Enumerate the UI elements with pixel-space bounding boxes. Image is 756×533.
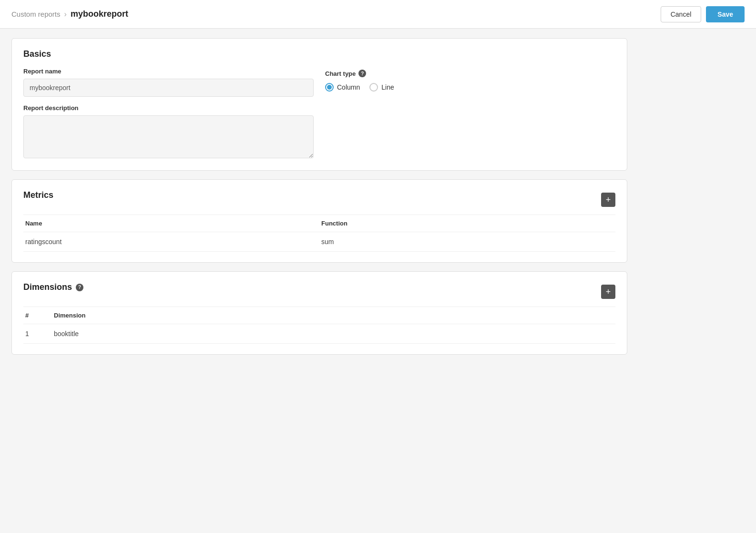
dimensions-help-icon[interactable]: ?	[76, 284, 83, 291]
metrics-row-0-function: sum	[319, 238, 615, 246]
report-description-label: Report description	[23, 104, 314, 112]
top-bar: Custom reports › mybookreport Cancel Sav…	[0, 0, 756, 29]
metrics-row-0-name: ratingscount	[23, 238, 319, 246]
dimensions-title: Dimensions ?	[23, 282, 83, 292]
metrics-col-function: Function	[319, 220, 615, 227]
radio-line[interactable]	[369, 83, 378, 92]
dimensions-section-header: Dimensions ? +	[23, 282, 615, 301]
dimensions-col-dimension: Dimension	[52, 312, 615, 319]
breadcrumb-current: mybookreport	[71, 9, 128, 19]
radio-option-column[interactable]: Column	[325, 83, 360, 92]
basics-card: Basics Report name Report description Ch…	[11, 38, 627, 171]
report-description-field: Report description	[23, 104, 314, 160]
dimensions-row-0-index: 1	[23, 330, 52, 338]
chart-type-label: Chart type ?	[325, 70, 615, 77]
radio-option-line[interactable]: Line	[369, 83, 394, 92]
save-button[interactable]: Save	[706, 6, 745, 22]
add-dimension-button[interactable]: +	[601, 285, 615, 299]
add-metric-button[interactable]: +	[601, 193, 615, 207]
radio-line-label: Line	[381, 83, 394, 91]
dimensions-title-with-help: Dimensions ?	[23, 282, 83, 292]
top-actions: Cancel Save	[661, 6, 745, 22]
chart-type-help-icon[interactable]: ?	[358, 70, 366, 77]
dimensions-row-0-dimension: booktitle	[52, 330, 615, 338]
basics-left: Report name Report description	[23, 68, 314, 160]
dimensions-row-0: 1 booktitle	[23, 324, 615, 344]
breadcrumb-parent: Custom reports	[11, 10, 61, 18]
metrics-table: Name Function ratingscount sum	[23, 215, 615, 252]
radio-column[interactable]	[325, 83, 334, 92]
dimensions-col-index: #	[23, 312, 52, 319]
metrics-col-name: Name	[23, 220, 319, 227]
metrics-row-0: ratingscount sum	[23, 232, 615, 252]
dimensions-table: # Dimension 1 booktitle	[23, 307, 615, 344]
page-content: Basics Report name Report description Ch…	[0, 29, 639, 364]
dimensions-header-row: # Dimension	[23, 307, 615, 324]
report-name-input[interactable]	[23, 79, 314, 97]
metrics-card: Metrics + Name Function ratingscount sum	[11, 179, 627, 263]
chart-type-radio-group: Column Line	[325, 83, 615, 92]
metrics-title: Metrics	[23, 190, 53, 200]
report-description-input[interactable]	[23, 115, 314, 158]
cancel-button[interactable]: Cancel	[661, 6, 702, 22]
dimensions-card: Dimensions ? + # Dimension 1 booktitle	[11, 271, 627, 355]
radio-column-label: Column	[337, 83, 360, 91]
breadcrumb-separator: ›	[64, 10, 67, 19]
breadcrumb: Custom reports › mybookreport	[11, 9, 128, 19]
basics-title: Basics	[23, 49, 615, 59]
chart-type-section: Chart type ? Column Line	[325, 68, 615, 92]
metrics-header-row: Name Function	[23, 215, 615, 232]
report-name-label: Report name	[23, 68, 314, 75]
metrics-section-header: Metrics +	[23, 190, 615, 209]
basics-grid: Report name Report description Chart typ…	[23, 68, 615, 160]
